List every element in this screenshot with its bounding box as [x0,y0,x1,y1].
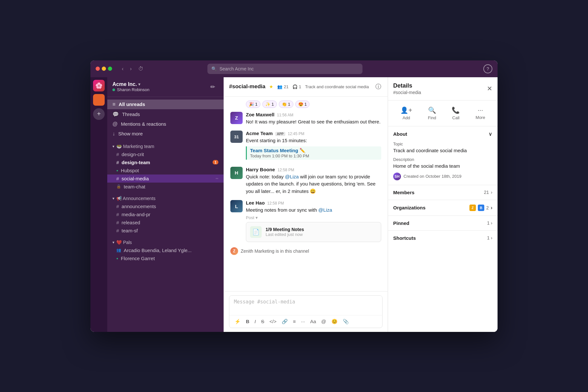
organizations-section[interactable]: Organizations Z B 2 › [388,200,498,216]
channel-hubspot[interactable]: ● Hubspot [107,166,224,175]
mentions-icon: @ [112,121,118,127]
zenith-avatar: Z [230,247,238,255]
shortcuts-section[interactable]: Shortcuts 1 › [388,231,498,245]
huddle-count[interactable]: 🎧 1 [292,84,301,89]
messages-area[interactable]: 🎉 1 ✨ 1 👏 1 😍 1 Z Zoe Maxwell 11:56 AM N… [224,97,388,291]
mention-liza[interactable]: @Liza [285,174,299,179]
message-acme-team: 31 Acme Team APP 12:45 PM Event starting… [230,131,381,162]
post-card[interactable]: 📄 1/9 Meeting Notes Last edited just now [246,222,381,242]
back-button[interactable]: ‹ [120,65,125,73]
section-announcements[interactable]: ▾ 📢 Announcements [107,193,224,202]
msg-header-acme: Acme Team APP 12:45 PM [246,131,381,136]
minimize-traffic-light[interactable] [102,67,106,71]
description-label: Description [393,157,492,162]
close-traffic-light[interactable] [96,67,100,71]
message-input[interactable] [229,296,382,314]
system-message: Z Zenith Marketing is in this channel [230,247,381,255]
channel-design-team[interactable]: # design-team 1 [107,158,224,166]
app-window: ‹ › ⏱ 🔍 ? 🌸 + Acme Inc. ▾ [90,60,498,332]
history-button[interactable]: ⏱ [136,65,145,73]
italic-button[interactable]: I [253,317,258,325]
attachment-button[interactable]: 📎 [341,317,351,326]
details-actions: 👤+ Add 🔍 Find 📞 Call ··· More [388,101,498,126]
mention-liza-lee[interactable]: @Liza [318,207,332,213]
member-count[interactable]: 👥 21 [277,84,288,89]
close-details-button[interactable]: ✕ [487,85,492,92]
channel-social-media[interactable]: # social-media ◦◦ [107,175,224,183]
online-dot-icon: ● [116,257,118,260]
help-button[interactable]: ? [483,64,492,73]
reaction-sparkles[interactable]: ✨ 1 [262,101,277,108]
more-formatting-button[interactable]: ··· [299,317,307,325]
find-icon: 🔍 [428,106,436,114]
list-button[interactable]: ≡ [291,317,298,325]
workspace-name[interactable]: Acme Inc. ▾ [112,81,149,87]
channel-florence[interactable]: ● Florence Garret [107,254,224,262]
reaction-party[interactable]: 🎉 1 [246,101,260,108]
sidebar: Acme Inc. ▾ Sharon Robinson ✏ ≡ All unre… [107,77,224,332]
lightning-button[interactable]: ⚡ [233,317,243,326]
find-button[interactable]: 🔍 Find [424,104,440,122]
channel-design-crit[interactable]: # design-crit [107,150,224,158]
about-chevron-icon: ∨ [488,131,492,137]
search-bar[interactable]: 🔍 [207,64,362,74]
msg-text-zoe: No! It was my pleasure! Great to see the… [246,118,381,126]
text-style-button[interactable]: Aa [308,317,318,325]
forward-button[interactable]: › [128,65,133,73]
channel-team-chat[interactable]: 🔒 team-chat [107,183,224,191]
channel-arcadio[interactable]: 👥 Arcadio Buendia, Leland Ygle... [107,246,224,254]
channel-media-and-pr[interactable]: # media-and-pr [107,210,224,218]
more-actions-button[interactable]: ··· More [472,104,489,122]
channel-announcements[interactable]: # announcements [107,202,224,210]
members-section[interactable]: Members 21 › [388,185,498,200]
link-button[interactable]: 🔗 [280,317,290,326]
msg-content-harry: Harry Boone 12:58 PM Quick note: today @… [246,167,381,195]
reactions-row: 🎉 1 ✨ 1 👏 1 😍 1 [246,101,381,108]
code-button[interactable]: </> [268,317,278,325]
search-icon: 🔍 [211,66,217,71]
channel-header: #social-media ★ 👥 21 🎧 1 Track and coord… [224,77,388,97]
sidebar-item-mentions[interactable]: @ Mentions & reactions [107,119,224,129]
orgs-count: 2 [486,205,489,210]
add-workspace-button[interactable]: + [93,108,105,120]
maximize-traffic-light[interactable] [108,67,112,71]
about-section-header[interactable]: About ∨ [388,126,498,142]
channel-team-sf[interactable]: # team-sf [107,227,224,235]
star-icon[interactable]: ★ [269,84,273,89]
search-input[interactable] [219,66,359,71]
emoji-button[interactable]: 😊 [330,317,340,326]
section-marketing[interactable]: ▾ 🥗 Marketing team [107,141,224,150]
hash-icon: # [116,220,119,225]
system-message-text: Zenith Marketing is in this channel [241,249,309,254]
reaction-heart-eyes[interactable]: 😍 1 [295,101,310,108]
left-sidebar: 🌸 + [90,77,107,332]
sidebar-header: Acme Inc. ▾ Sharon Robinson ✏ [107,77,224,97]
orgs-title: Organizations [393,205,425,210]
section-pals[interactable]: ▾ ❤️ Pals [107,237,224,246]
compose-button[interactable]: ✏ [207,81,218,93]
msg-author-zoe: Zoe Maxwell [246,112,274,117]
info-button[interactable]: ⓘ [374,81,383,92]
channel-released[interactable]: # released [107,218,224,227]
orgs-chevron-icon: › [491,205,492,211]
workspace-avatar-primary[interactable]: 🌸 [93,80,105,91]
post-info: 1/9 Meeting Notes Last edited just now [266,227,304,237]
add-member-button[interactable]: 👤+ Add [396,104,416,122]
reaction-clap[interactable]: 👏 1 [279,101,293,108]
pinned-section[interactable]: Pinned 1 › [388,216,498,231]
sidebar-item-show-more[interactable]: ↓ Show more [107,129,224,139]
nav-controls: ‹ › ⏱ [120,65,145,73]
pinned-right: 1 › [487,220,492,226]
call-button[interactable]: 📞 Call [448,104,464,122]
event-card[interactable]: Team Status Meeting ✏️ Today from 1:00 P… [246,146,381,160]
sidebar-item-threads[interactable]: 💬 Threads [107,109,224,119]
message-input-box: ⚡ B I S </> 🔗 ≡ ··· Aa @ 😊 📎 [229,295,383,328]
mention-button[interactable]: @ [319,317,328,325]
strikethrough-button[interactable]: S [259,317,266,325]
sidebar-item-all-unreads[interactable]: ≡ All unreads [107,100,224,109]
workspace-avatar-secondary[interactable] [93,94,105,106]
shortcuts-title: Shortcuts [393,235,416,241]
bold-button[interactable]: B [244,317,251,325]
details-panel: Details #social-media ✕ 👤+ Add 🔍 Find 📞 … [388,77,498,332]
sidebar-channels: ▾ 🥗 Marketing team # design-crit # desig… [107,141,224,332]
